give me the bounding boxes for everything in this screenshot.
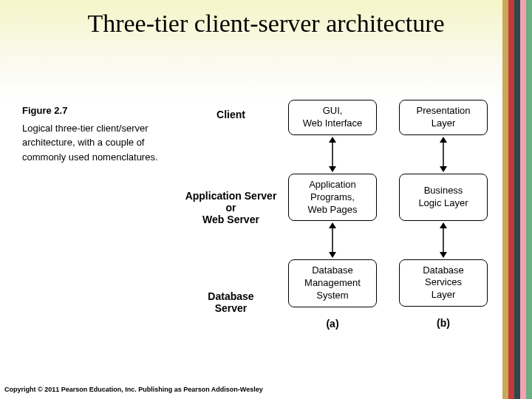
double-arrow-icon: [288, 221, 377, 259]
box-b-bot: Database Services Layer: [399, 259, 488, 307]
tier-label-db-server: Database Server: [181, 290, 281, 314]
svg-marker-1: [329, 137, 336, 143]
figure-number: Figure 2.7: [22, 103, 170, 118]
svg-marker-10: [440, 222, 447, 228]
box-b-top: Presentation Layer: [399, 100, 488, 135]
tier-label-app-server: Application Server or Web Server: [181, 190, 281, 225]
box-a-bot: Database Management System: [288, 259, 377, 307]
column-b-label: (b): [399, 317, 488, 329]
tier-label-client: Client: [181, 109, 281, 120]
column-a-label: (a): [288, 318, 377, 330]
svg-marker-2: [329, 166, 336, 172]
svg-marker-8: [440, 166, 447, 172]
svg-marker-7: [440, 137, 447, 143]
copyright-text: Copyright © 2011 Pearson Education, Inc.…: [4, 386, 263, 393]
double-arrow-icon: [399, 135, 488, 174]
slide-title: Three-tier client-server architecture: [0, 0, 532, 38]
column-a: GUI, Web Interface Application Programs,…: [288, 100, 377, 330]
box-b-mid: Business Logic Layer: [399, 174, 488, 221]
column-b: Presentation Layer Business Logic Layer …: [399, 100, 488, 329]
decorative-side-stripes: [502, 0, 532, 399]
svg-marker-11: [440, 252, 447, 258]
double-arrow-icon: [288, 135, 377, 174]
figure-diagram: Figure 2.7 Logical three-tier client/ser…: [22, 100, 502, 366]
svg-marker-4: [329, 222, 336, 228]
box-a-top: GUI, Web Interface: [288, 100, 377, 135]
figure-caption-text: Logical three-tier client/server archite…: [22, 123, 158, 163]
box-a-mid: Application Programs, Web Pages: [288, 174, 377, 222]
figure-caption: Figure 2.7 Logical three-tier client/ser…: [22, 103, 170, 164]
double-arrow-icon: [399, 221, 488, 259]
svg-marker-5: [329, 252, 336, 258]
